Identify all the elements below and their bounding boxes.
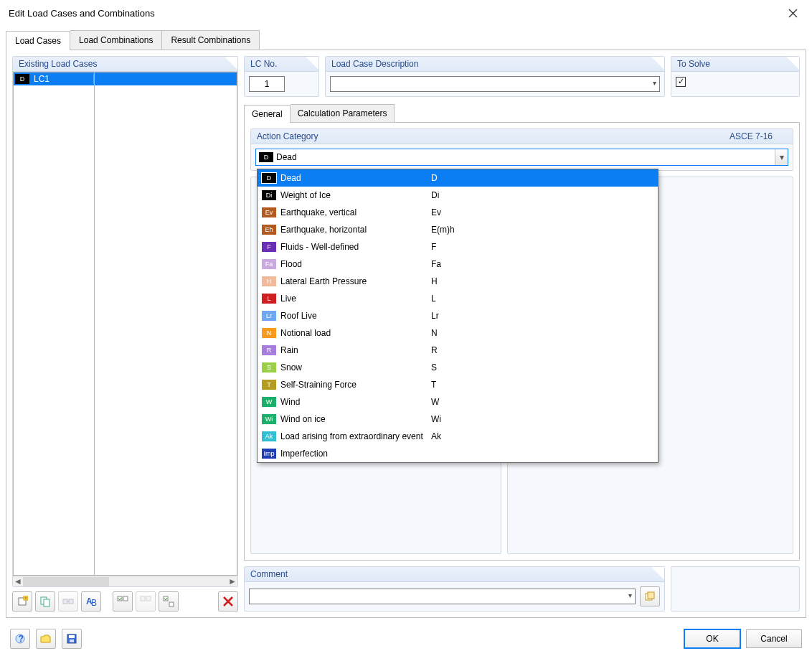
rename-icon: AB — [85, 596, 97, 607]
lc-no-input[interactable] — [249, 76, 285, 92]
option-symbol: E(m)h — [431, 225, 455, 235]
dropdown-option[interactable]: LLiveL — [258, 290, 658, 307]
link-button[interactable] — [58, 591, 78, 612]
option-name: Wind — [280, 397, 431, 407]
dropdown-option[interactable]: TSelf-Straining ForceT — [258, 376, 658, 393]
dropdown-option[interactable]: HLateral Earth PressureH — [258, 273, 658, 290]
option-tag: R — [262, 345, 276, 355]
existing-load-cases-list[interactable]: D LC1 — [13, 72, 237, 576]
to-solve-checkbox[interactable]: ✓ — [676, 77, 686, 87]
option-symbol: Ak — [431, 431, 441, 441]
folder-open-icon — [40, 633, 52, 645]
option-symbol: W — [431, 397, 439, 407]
option-tag: Di — [262, 190, 276, 200]
action-category-dropdown[interactable]: DDeadDDiWeight of IceDiEvEarthquake, ver… — [257, 169, 658, 463]
option-tag: H — [262, 276, 276, 286]
deselect-all-button[interactable] — [136, 591, 156, 612]
option-name: Wind on ice — [280, 414, 431, 424]
link-icon — [62, 596, 74, 607]
option-name: Roof Live — [280, 311, 431, 321]
scrollbar-thumb[interactable] — [23, 577, 109, 586]
dropdown-option[interactable]: EhEarthquake, horizontalE(m)h — [258, 221, 658, 238]
dropdown-option[interactable]: FFluids - Well-definedF — [258, 238, 658, 256]
toggle-grid-icon — [163, 596, 174, 607]
option-tag: D — [262, 173, 276, 183]
scroll-left-icon[interactable]: ◄ — [13, 576, 23, 586]
option-name: Earthquake, horizontal — [280, 225, 431, 235]
dropdown-option[interactable]: SSnowS — [258, 359, 658, 376]
uncheck-grid-icon — [140, 596, 151, 607]
option-name: Live — [280, 294, 431, 304]
action-category-combo[interactable]: D Dead ▾ — [255, 149, 788, 166]
option-name: Lateral Earth Pressure — [280, 276, 431, 286]
dropdown-option[interactable]: ImpImperfection — [258, 445, 658, 462]
open-button[interactable] — [36, 629, 56, 649]
tab-load-cases[interactable]: Load Cases — [6, 31, 70, 50]
comment-library-button[interactable] — [640, 586, 660, 606]
horizontal-scrollbar[interactable]: ◄ ► — [13, 576, 237, 586]
dropdown-option[interactable]: EvEarthquake, verticalEv — [258, 204, 658, 221]
dialog-title: Edit Load Cases and Combinations — [9, 8, 155, 19]
option-name: Fluids - Well-defined — [280, 242, 431, 252]
dropdown-option[interactable]: DiWeight of IceDi — [258, 187, 658, 204]
subtab-calc-params[interactable]: Calculation Parameters — [291, 104, 395, 122]
dropdown-option[interactable]: FaFloodFa — [258, 256, 658, 273]
subtab-general[interactable]: General — [244, 105, 291, 123]
option-symbol: Wi — [431, 414, 441, 424]
option-tag: W — [262, 397, 276, 407]
list-item[interactable]: D LC1 — [14, 72, 237, 85]
dropdown-option[interactable]: NNotional loadN — [258, 324, 658, 342]
delete-button[interactable] — [218, 591, 238, 612]
action-standard-label: ASCE 7-16 — [730, 131, 787, 141]
chevron-down-icon: ▾ — [653, 79, 656, 87]
option-name: Rain — [280, 345, 431, 355]
load-case-name: LC1 — [31, 74, 94, 84]
to-solve-label: To Solve — [677, 59, 710, 69]
tab-result-combinations[interactable]: Result Combinations — [162, 30, 260, 50]
option-symbol: Ev — [431, 207, 441, 217]
option-tag: F — [262, 242, 276, 252]
ok-button[interactable]: OK — [684, 629, 740, 648]
combo-drop-button[interactable]: ▾ — [775, 149, 788, 165]
option-symbol: R — [431, 345, 438, 355]
existing-load-cases-header: Existing Load Cases — [19, 59, 97, 69]
option-name: Earthquake, vertical — [280, 207, 431, 217]
copy-button[interactable] — [35, 591, 55, 612]
close-button[interactable] — [782, 2, 803, 24]
dropdown-option[interactable]: AkLoad arising from extraordinary eventA… — [258, 428, 658, 445]
rename-button[interactable]: AB — [81, 591, 101, 612]
select-all-button[interactable] — [113, 591, 133, 612]
option-symbol: H — [431, 276, 438, 286]
lc-desc-combo[interactable]: ▾ — [330, 76, 660, 92]
chevron-down-icon: ▾ — [628, 591, 632, 599]
svg-rect-9 — [123, 596, 128, 601]
tab-load-combinations[interactable]: Load Combinations — [70, 30, 162, 50]
comment-combo[interactable]: ▾ — [249, 589, 636, 604]
action-category-label: Action Category — [257, 131, 318, 141]
delete-icon — [222, 596, 234, 607]
save-button[interactable] — [62, 629, 82, 649]
chevron-down-icon: ▾ — [780, 152, 784, 162]
cancel-button[interactable]: Cancel — [746, 629, 802, 648]
dropdown-option[interactable]: WWindW — [258, 393, 658, 411]
lc-desc-label: Load Case Description — [331, 59, 418, 69]
load-case-tag: D — [15, 74, 29, 84]
dropdown-option[interactable]: RRainR — [258, 342, 658, 359]
option-symbol: D — [431, 173, 438, 183]
dropdown-option[interactable]: WiWind on iceWi — [258, 411, 658, 428]
help-button[interactable]: ? — [10, 629, 30, 649]
selected-name: Dead — [276, 152, 297, 162]
save-icon — [66, 633, 77, 645]
scroll-right-icon[interactable]: ► — [227, 576, 237, 586]
option-tag: Imp — [262, 449, 276, 459]
option-tag: T — [262, 380, 276, 390]
svg-rect-3 — [44, 599, 49, 606]
toggle-button[interactable] — [159, 591, 179, 612]
option-symbol: Di — [431, 190, 439, 200]
dropdown-option[interactable]: DDeadD — [258, 169, 658, 187]
option-tag: Fa — [262, 259, 276, 269]
option-tag: S — [262, 362, 276, 372]
dropdown-option[interactable]: LrRoof LiveLr — [258, 307, 658, 324]
svg-rect-5 — [69, 599, 73, 604]
new-button[interactable] — [12, 591, 32, 612]
